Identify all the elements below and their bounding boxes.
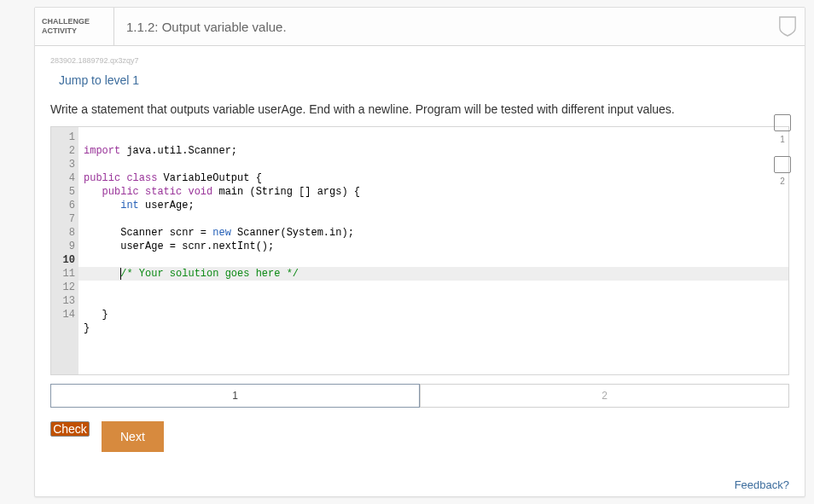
line-number: 12 — [51, 281, 75, 294]
code-token: import — [84, 145, 120, 157]
code-token: Scanner scnr = — [84, 227, 212, 239]
prompt-text: Write a statement that outputs variable … — [50, 102, 789, 116]
progress-rail: 1 2 — [774, 114, 791, 186]
shield-icon — [770, 8, 805, 45]
progress-label-1: 1 — [780, 135, 785, 144]
card-header: CHALLENGE ACTIVITY 1.1.2: Output variabl… — [35, 8, 805, 46]
code-token: main — [212, 186, 249, 198]
code-token: java.util.Scanner; — [120, 145, 237, 157]
line-number: 5 — [51, 185, 75, 199]
code-token: userAge = scnr.nextInt(); — [84, 240, 274, 252]
code-token: public static void — [102, 186, 213, 198]
line-number: 9 — [51, 240, 75, 253]
line-number: 1 — [51, 130, 75, 144]
next-button[interactable]: Next — [102, 421, 164, 452]
code-comment: /* Your solution goes here */ — [120, 268, 299, 280]
challenge-chip: CHALLENGE ACTIVITY — [35, 8, 114, 45]
line-number: 6 — [51, 199, 75, 212]
challenge-card: CHALLENGE ACTIVITY 1.1.2: Output variabl… — [34, 7, 805, 497]
line-number: 4 — [51, 171, 75, 185]
line-number: 8 — [51, 226, 75, 240]
jump-to-level-link[interactable]: Jump to level 1 — [59, 73, 139, 87]
line-number: 11 — [51, 267, 75, 281]
line-number: 7 — [51, 212, 75, 226]
check-button[interactable]: Check — [50, 421, 90, 437]
progress-checkbox-1[interactable] — [774, 114, 791, 131]
chip-line2: ACTIVITY — [42, 26, 107, 36]
feedback-link[interactable]: Feedback? — [735, 478, 789, 491]
action-row: Check Next — [50, 421, 789, 452]
code-token: int — [120, 200, 139, 211]
code-editor[interactable]: 1 2 3 4 5 6 7 8 9 10 11 12 13 14 import … — [50, 126, 789, 375]
code-area[interactable]: import java.util.Scanner; public class V… — [78, 127, 788, 374]
line-number: 14 — [51, 308, 75, 322]
code-token: Scanner(System.in); — [231, 227, 354, 239]
code-token: new — [212, 227, 231, 239]
line-number: 3 — [51, 158, 75, 171]
step-tab-2[interactable]: 2 — [420, 384, 789, 408]
step-tabs: 1 2 — [50, 384, 789, 408]
line-gutter: 1 2 3 4 5 6 7 8 9 10 11 12 13 14 — [51, 127, 78, 374]
step-tab-1[interactable]: 1 — [50, 384, 420, 408]
code-token: public class — [84, 172, 157, 184]
activity-title: 1.1.2: Output variable value. — [114, 8, 770, 45]
code-token: (String [] args) { — [249, 186, 360, 198]
chip-line1: CHALLENGE — [42, 17, 107, 26]
progress-label-2: 2 — [780, 177, 785, 186]
progress-checkbox-2[interactable] — [774, 156, 791, 173]
activity-hash: 283902.1889792.qx3zqy7 — [50, 56, 789, 65]
card-body: 283902.1889792.qx3zqy7 Jump to level 1 W… — [35, 46, 805, 496]
code-token: userAge; — [139, 200, 195, 211]
line-number: 13 — [51, 294, 75, 308]
code-token: VariableOutput { — [157, 172, 261, 184]
line-number: 10 — [51, 253, 75, 267]
code-token: } — [84, 309, 108, 321]
code-token: } — [84, 322, 90, 334]
line-number: 2 — [51, 144, 75, 158]
